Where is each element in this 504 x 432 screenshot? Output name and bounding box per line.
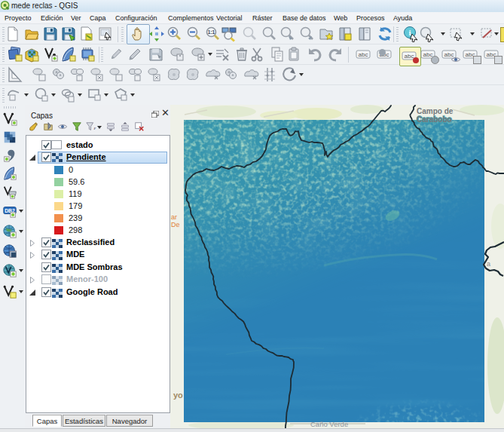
svg-text:Caño Verde: Caño Verde <box>310 420 348 428</box>
svg-text:yo: yo <box>173 391 183 400</box>
svg-text:Campo de: Campo de <box>417 107 454 115</box>
svg-text:ar: ar <box>171 213 177 221</box>
svg-text:Carabobo: Carabobo <box>417 115 452 124</box>
svg-text:a: a <box>487 260 490 268</box>
svg-text:De: De <box>171 221 180 228</box>
